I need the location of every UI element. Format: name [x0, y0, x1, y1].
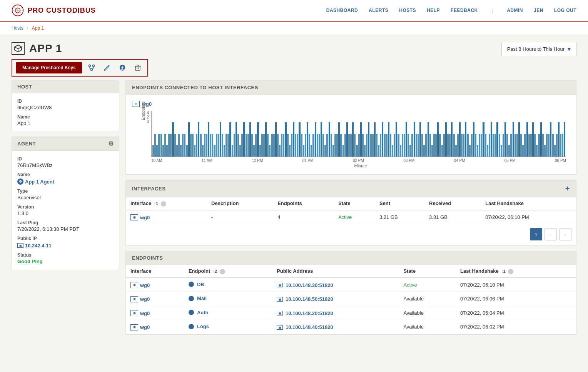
ep-sort-circle[interactable] [220, 269, 225, 274]
ep-addr-link-3[interactable]: ▣10.100.148.20:51820 [277, 310, 333, 316]
agent-type-label: Type [17, 189, 114, 194]
agent-publicip-link[interactable]: ▣ 10.242.4.11 [17, 243, 52, 249]
shield-icon-button[interactable] [117, 62, 128, 73]
top-navigation: PRO CUSTODIBUS DASHBOARD ALERTS HOSTS HE… [0, 0, 588, 22]
chart-bar [220, 122, 221, 157]
chart-bar [255, 134, 257, 157]
page-1-button[interactable]: 1 [530, 228, 542, 240]
nav-help[interactable]: HELP [427, 8, 440, 13]
chart-bar [152, 145, 154, 157]
x-tick-3pm: 03 PM [403, 158, 414, 163]
nav-logout[interactable]: LOG OUT [554, 8, 576, 13]
nav-user[interactable]: JEN [534, 8, 543, 13]
chart-bar [269, 145, 271, 157]
chart-bar [182, 134, 184, 157]
ep-iface-cell-3: ⊞wg0 [126, 306, 184, 320]
chart-bar [408, 134, 409, 157]
ep-mail-link[interactable]: Mail [189, 295, 207, 301]
chart-bar [309, 134, 310, 157]
ep-iface-link-1[interactable]: ⊞wg0 [130, 282, 150, 288]
ep-iface-link-2[interactable]: ⊞wg0 [130, 296, 150, 302]
chart-bar [428, 122, 429, 157]
chart-bar [374, 122, 376, 157]
chart-bar [156, 145, 158, 157]
nav-admin[interactable]: ADMIN [507, 8, 523, 13]
x-tick-4pm: 04 PM [454, 158, 465, 163]
chart-bar [477, 145, 478, 157]
nav-hosts[interactable]: HOSTS [399, 8, 416, 13]
chart-bar [556, 134, 558, 157]
page-next-button[interactable]: › [559, 228, 571, 240]
interfaces-title: INTERFACES [132, 186, 165, 192]
chart-bar [423, 145, 425, 157]
chart-bar [184, 134, 185, 157]
manage-preshared-keys-button[interactable]: Manage Preshared Keys [16, 62, 82, 73]
agent-name-link[interactable]: ⚙ App 1 Agent [17, 178, 54, 185]
ep-logs-link[interactable]: Logs [189, 324, 209, 329]
chart-bar [487, 145, 488, 157]
ep-iface-link-3[interactable]: ⊞wg0 [130, 310, 150, 316]
breadcrumb-hosts[interactable]: Hosts [12, 25, 23, 31]
agent-name-label: Name [17, 172, 114, 177]
chart-bar [338, 122, 340, 157]
iface-wg0-link[interactable]: ⊞ wg0 [130, 214, 150, 220]
ep-db-link[interactable]: DB [189, 282, 204, 287]
chart-bar [204, 134, 205, 157]
chart-interface-link[interactable]: ⊞ wg0 [132, 101, 570, 107]
agent-card-title: AGENT [17, 141, 36, 147]
chart-bar [236, 122, 237, 157]
ep-handshake-cell-2: 07/20/22, 06:06 PM [456, 292, 576, 306]
ep-state-cell-3: Available [399, 306, 456, 320]
chart-bar [421, 134, 423, 157]
nav-dashboard[interactable]: DASHBOARD [326, 8, 358, 13]
chart-bar [186, 145, 187, 157]
chart-bar [176, 145, 178, 157]
ep-sort-circle-2[interactable] [508, 269, 513, 274]
chart-bar [237, 134, 239, 157]
chart-bar [516, 134, 518, 157]
chart-bar [449, 134, 451, 157]
chart-bar [376, 134, 378, 157]
time-selector[interactable]: Past 8 Hours to This Hour ▾ [501, 42, 576, 56]
fork-icon-button[interactable] [86, 62, 97, 73]
chart-bar [508, 145, 510, 157]
chart-bar [548, 134, 550, 157]
ep-addr-link-4[interactable]: ▣10.100.148.40:51820 [277, 324, 333, 330]
chart-bar [293, 122, 294, 157]
chart-bar [214, 145, 215, 157]
chart-bar [178, 134, 180, 157]
ep-state-cell-1: Active [399, 278, 456, 292]
svg-point-6 [92, 65, 94, 67]
nav-feedback[interactable]: FEEDBACK [451, 8, 478, 13]
sort-circle[interactable] [161, 201, 166, 207]
page-title-area: APP 1 Manage Preshared Keys [12, 42, 148, 77]
chart-bar [352, 122, 354, 157]
chart-bar [251, 134, 253, 157]
page-prev-button[interactable]: ‹ [545, 228, 557, 240]
chart-bar [265, 122, 267, 157]
chart-bar [246, 134, 247, 157]
host-name-value: App 1 [17, 120, 114, 126]
ep-auth-link[interactable]: Auth [189, 310, 209, 315]
chart-bar [210, 134, 211, 157]
ep-iface-link-4[interactable]: ⊞wg0 [130, 324, 150, 330]
ep-addr-link-1[interactable]: ▣10.100.148.30:51820 [277, 282, 333, 288]
interfaces-section: INTERFACES + Interface ↑1 Description En… [125, 180, 576, 245]
ep-addr-link-2[interactable]: ▣10.100.148.50:51820 [277, 296, 333, 302]
chart-bar [506, 134, 508, 157]
delete-icon-button[interactable] [132, 62, 144, 73]
nav-alerts[interactable]: ALERTS [369, 8, 388, 13]
chart-area [151, 111, 566, 157]
endpoints-table-body: ⊞wg0 DB ▣10.100.148.30:51820 [126, 278, 576, 334]
chart-bar [414, 122, 415, 157]
edit-icon-button[interactable] [101, 62, 113, 73]
add-interface-button[interactable]: + [565, 184, 570, 193]
gear-icon[interactable]: ⚙ [108, 140, 114, 147]
svg-point-5 [89, 65, 90, 67]
chart-bar [312, 134, 314, 157]
chart-bar [404, 134, 405, 157]
chart-bar [342, 145, 344, 157]
chart-bar [164, 134, 166, 157]
breadcrumb-current: App 1 [32, 25, 44, 31]
chart-bar [439, 134, 441, 157]
